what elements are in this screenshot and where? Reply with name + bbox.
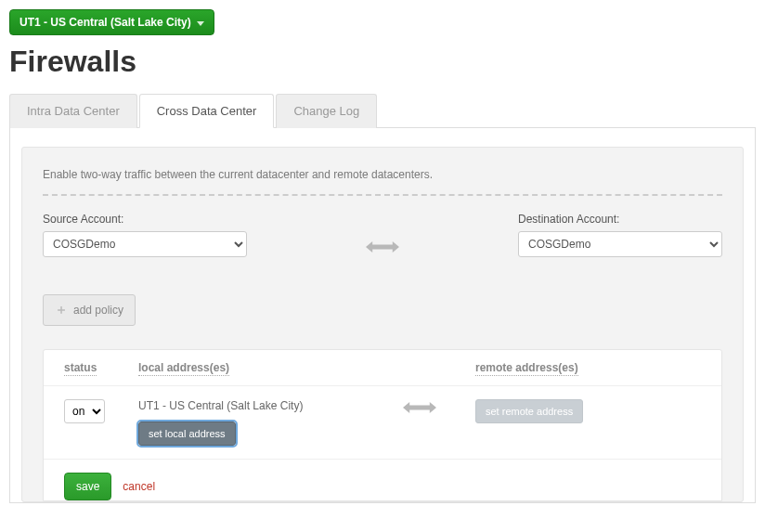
save-button[interactable]: save [64, 473, 111, 500]
save-label: save [76, 480, 99, 493]
tab-label: Change Log [293, 104, 359, 118]
rule-status-select[interactable]: on [64, 399, 105, 423]
source-account-col: Source Account: COSGDemo [43, 213, 247, 257]
tab-cross-data-center[interactable]: Cross Data Center [139, 94, 275, 128]
two-way-arrow-icon [247, 239, 518, 255]
rule-row: on UT1 - US Central (Salt Lake City) set… [44, 385, 721, 459]
tabs: Intra Data Center Cross Data Center Chan… [9, 93, 756, 128]
rule-status-col: on [64, 399, 138, 423]
destination-account-col: Destination Account: COSGDemo [518, 213, 722, 257]
datacenter-dropdown[interactable]: UT1 - US Central (Salt Lake City) [9, 9, 214, 35]
tab-content: Enable two-way traffic between the curre… [9, 128, 756, 503]
rule-arrow-icon [364, 399, 475, 416]
datacenter-dropdown-label: UT1 - US Central (Salt Lake City) [19, 16, 191, 29]
rule-remote-col: set remote address [475, 399, 701, 423]
rule-local-dc: UT1 - US Central (Salt Lake City) [138, 399, 364, 412]
destination-account-label: Destination Account: [518, 213, 722, 226]
header-remote: remote address(es) [475, 361, 701, 374]
header-arrow-spacer [364, 361, 475, 374]
destination-account-select[interactable]: COSGDemo [518, 231, 722, 257]
set-remote-address-label: set remote address [486, 406, 573, 417]
cancel-link[interactable]: cancel [123, 480, 155, 493]
panel-description: Enable two-way traffic between the curre… [43, 168, 722, 181]
accounts-row: Source Account: COSGDemo Destination Acc… [43, 213, 722, 257]
caret-down-icon [197, 16, 204, 29]
header-local: local address(es) [138, 361, 364, 374]
divider [43, 194, 722, 196]
header-status: status [64, 361, 138, 374]
rules-header: status local address(es) remote address(… [44, 350, 721, 385]
tab-change-log[interactable]: Change Log [276, 94, 377, 128]
plus-icon: ＋ [55, 302, 68, 318]
rules-panel: status local address(es) remote address(… [43, 349, 722, 501]
tab-label: Intra Data Center [27, 104, 120, 118]
add-policy-button[interactable]: ＋ add policy [43, 294, 136, 326]
rule-actions: save cancel [44, 459, 721, 500]
rule-local-col: UT1 - US Central (Salt Lake City) set lo… [138, 399, 364, 446]
tab-intra-data-center[interactable]: Intra Data Center [9, 94, 137, 128]
cross-dc-panel: Enable two-way traffic between the curre… [21, 147, 744, 502]
add-policy-label: add policy [73, 304, 123, 317]
page-title: Firewalls [9, 45, 756, 79]
source-account-select[interactable]: COSGDemo [43, 231, 247, 257]
source-account-label: Source Account: [43, 213, 247, 226]
set-local-address-button[interactable]: set local address [138, 422, 236, 446]
tab-label: Cross Data Center [157, 104, 257, 118]
set-remote-address-button[interactable]: set remote address [475, 399, 583, 423]
set-local-address-label: set local address [149, 428, 226, 439]
